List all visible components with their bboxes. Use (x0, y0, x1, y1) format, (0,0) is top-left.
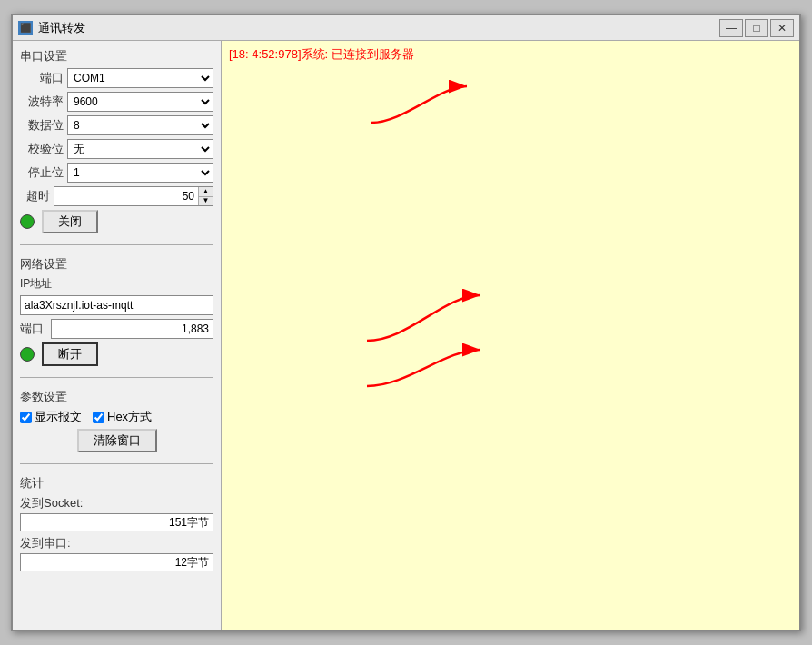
timeout-label: 超时 (20, 188, 50, 204)
app-icon: ⬛ (18, 21, 33, 35)
stop-bits-row: 停止位 1 2 (20, 163, 213, 183)
disconnect-button[interactable]: 断开 (42, 342, 98, 366)
spin-up-button[interactable]: ▲ (199, 187, 213, 197)
serial-stat-bar: 12字节 (20, 553, 213, 571)
port-label: 端口 (20, 70, 64, 86)
network-section-label: 网络设置 (20, 256, 213, 273)
divider-2 (20, 377, 213, 378)
baud-row: 波特率 9600 19200 38400 115200 (20, 92, 213, 112)
timeout-spinner[interactable]: 50 ▲ ▼ (54, 186, 213, 206)
hex-checkbox[interactable] (93, 412, 104, 423)
serial-status-row: 关闭 (20, 210, 213, 233)
close-button[interactable]: ✕ (770, 19, 794, 37)
divider-1 (20, 244, 213, 245)
timeout-input[interactable]: 50 (54, 187, 198, 205)
show-msg-checkbox-item: 显示报文 (20, 409, 82, 425)
main-window: ⬛ 通讯转发 — □ ✕ 串口设置 端口 COM1 COM2 COM3 (11, 14, 801, 631)
serial-close-button[interactable]: 关闭 (42, 210, 98, 233)
stats-section: 统计 发到Socket: 151字节 发到串口: 12字节 (20, 475, 213, 575)
network-port-label: 端口 (20, 321, 47, 337)
parity-row: 校验位 无 奇 偶 (20, 139, 213, 159)
serial-section-label: 串口设置 (20, 48, 213, 64)
stop-bits-label: 停止位 (20, 164, 64, 181)
socket-stat-value: 151字节 (169, 515, 209, 531)
content-area: 串口设置 端口 COM1 COM2 COM3 波特率 9600 19200 38… (13, 41, 799, 630)
baud-select[interactable]: 9600 19200 38400 115200 (67, 92, 213, 112)
ip-label: IP地址 (20, 276, 213, 292)
timeout-row: 超时 50 ▲ ▼ (20, 186, 213, 206)
maximize-button[interactable]: □ (745, 19, 768, 37)
right-panel: [18: 4:52:978]系统: 已连接到服务器 (222, 41, 799, 630)
clear-btn-row: 清除窗口 (20, 429, 213, 452)
checkbox-row: 显示报文 Hex方式 (20, 409, 213, 425)
parity-select[interactable]: 无 奇 偶 (67, 139, 213, 159)
network-status-row: 断开 (20, 342, 213, 366)
clear-button[interactable]: 清除窗口 (77, 429, 157, 452)
hex-label: Hex方式 (107, 409, 152, 425)
hex-checkbox-item: Hex方式 (93, 409, 152, 425)
divider-3 (20, 463, 213, 464)
data-bits-row: 数据位 8 7 6 (20, 115, 213, 135)
baud-label: 波特率 (20, 94, 64, 110)
minimize-button[interactable]: — (719, 19, 743, 37)
network-port-row: 端口 1,883 (20, 319, 213, 339)
socket-stat-label: 发到Socket: (20, 495, 213, 511)
params-section: 参数设置 显示报文 Hex方式 清除窗口 (20, 389, 213, 452)
port-select[interactable]: COM1 COM2 COM3 (67, 68, 213, 88)
arrow-ip (362, 286, 490, 350)
serial-stat-label: 发到串口: (20, 535, 213, 551)
port-row: 端口 COM1 COM2 COM3 (20, 68, 213, 88)
show-msg-label: 显示报文 (35, 409, 82, 425)
parity-label: 校验位 (20, 141, 64, 157)
stats-section-label: 统计 (20, 475, 213, 491)
socket-stat-bar: 151字节 (20, 513, 213, 531)
network-status-indicator (20, 347, 35, 362)
window-controls: — □ ✕ (719, 19, 794, 37)
network-port-input[interactable]: 1,883 (51, 319, 213, 339)
data-bits-select[interactable]: 8 7 6 (67, 115, 213, 135)
spin-buttons: ▲ ▼ (198, 187, 213, 205)
network-section: 网络设置 IP地址 ala3XrsznjI.iot-as-mqtt 端口 1,8… (20, 256, 213, 366)
serial-stat: 发到串口: 12字节 (20, 535, 213, 571)
params-section-label: 参数设置 (20, 389, 213, 405)
title-bar: ⬛ 通讯转发 — □ ✕ (13, 15, 799, 41)
left-panel: 串口设置 端口 COM1 COM2 COM3 波特率 9600 19200 38… (13, 41, 222, 630)
log-message: [18: 4:52:978]系统: 已连接到服务器 (229, 46, 792, 63)
show-msg-checkbox[interactable] (20, 412, 32, 423)
ip-input[interactable]: ala3XrsznjI.iot-as-mqtt (20, 295, 213, 315)
stop-bits-select[interactable]: 1 2 (67, 163, 213, 183)
data-bits-label: 数据位 (20, 117, 64, 134)
window-title: 通讯转发 (38, 20, 714, 36)
serial-status-indicator (20, 214, 35, 229)
arrow-com1 (367, 77, 476, 132)
serial-section: 串口设置 端口 COM1 COM2 COM3 波特率 9600 19200 38… (20, 48, 213, 233)
spin-down-button[interactable]: ▼ (199, 197, 213, 206)
arrow-port (362, 341, 490, 395)
socket-stat: 发到Socket: 151字节 (20, 495, 213, 531)
serial-stat-value: 12字节 (175, 555, 209, 571)
